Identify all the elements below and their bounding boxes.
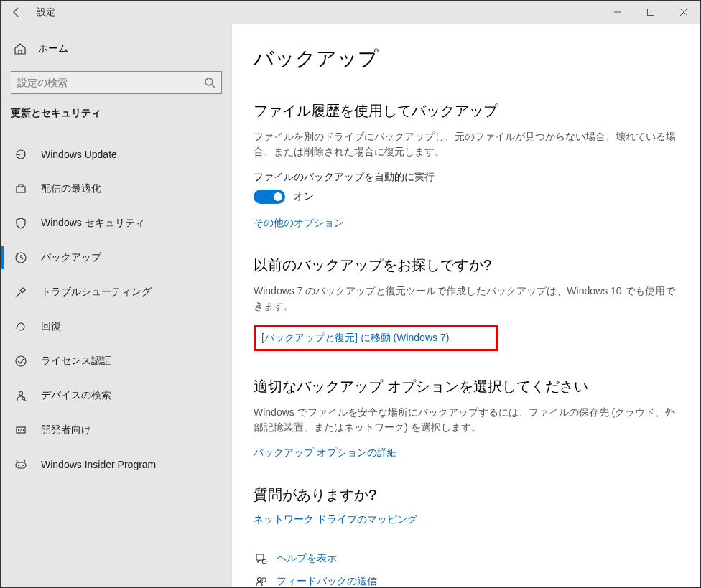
minimize-button[interactable] [601, 1, 634, 24]
section-desc: ファイルを別のドライブにバックアップし、元のファイルが見つからない場合、壊れてい… [254, 129, 679, 159]
sidebar-item-label: Windows Update [41, 149, 117, 160]
auto-backup-toggle[interactable] [254, 190, 285, 204]
svg-point-13 [22, 465, 24, 466]
sidebar-item-windows-update[interactable]: Windows Update [1, 137, 232, 172]
svg-point-7 [19, 392, 23, 396]
toggle-caption: ファイルのバックアップを自動的に実行 [254, 171, 679, 184]
feedback-link[interactable]: フィードバックの送信 [277, 575, 377, 587]
home-nav[interactable]: ホーム [1, 37, 232, 61]
developer-icon [14, 423, 28, 437]
svg-point-6 [16, 356, 26, 366]
help-link[interactable]: ヘルプを表示 [277, 552, 337, 565]
activation-icon [14, 354, 28, 368]
sidebar-item-label: トラブルシューティング [41, 286, 152, 299]
sidebar-item-label: ライセンス認証 [41, 355, 111, 368]
backup-options-detail-link[interactable]: バックアップ オプションの詳細 [254, 447, 397, 459]
search-box[interactable] [11, 71, 222, 94]
sidebar-item-label: デバイスの検索 [41, 389, 111, 402]
back-button[interactable] [6, 2, 27, 22]
search-icon [204, 77, 215, 88]
sidebar-item-label: Windows Insider Program [41, 459, 156, 470]
network-drive-link[interactable]: ネットワーク ドライブのマッピング [254, 513, 417, 526]
troubleshoot-icon [14, 285, 28, 299]
recovery-icon [14, 319, 28, 334]
sidebar-item-activation[interactable]: ライセンス認証 [1, 344, 232, 378]
sidebar-item-label: 配信の最適化 [41, 182, 101, 195]
window-title: 設定 [37, 6, 55, 19]
svg-point-2 [205, 78, 213, 85]
backup-icon [14, 251, 28, 265]
more-options-link[interactable]: その他のオプション [254, 217, 344, 230]
section-title: 適切なバックアップ オプションを選択してください [254, 377, 679, 396]
highlight-box: [バックアップと復元] に移動 (Windows 7) [254, 325, 498, 351]
search-input[interactable] [17, 77, 204, 88]
section-title: 以前のバックアップをお探しですか? [254, 256, 679, 275]
page-title: バックアップ [254, 45, 679, 73]
sidebar-item-label: 回復 [41, 320, 61, 333]
section-title: 質問がありますか? [254, 485, 679, 505]
svg-point-14 [262, 559, 266, 564]
questions-section: 質問がありますか? ネットワーク ドライブのマッピング [254, 485, 679, 526]
titlebar: 設定 [1, 1, 700, 24]
feedback-icon [254, 575, 268, 587]
sidebar: ホーム 更新とセキュリティ Windows Update 配信の最適化 [1, 24, 232, 587]
sidebar-item-delivery[interactable]: 配信の最適化 [1, 172, 232, 206]
category-label: 更新とセキュリティ [1, 107, 232, 127]
home-label: ホーム [38, 42, 68, 55]
section-title: ファイル履歴を使用してバックアップ [254, 101, 679, 121]
help-icon [254, 552, 268, 565]
file-history-section: ファイル履歴を使用してバックアップ ファイルを別のドライブにバックアップし、元の… [254, 101, 679, 230]
home-icon [14, 42, 27, 55]
sidebar-item-label: バックアップ [41, 251, 101, 264]
backup-options-section: 適切なバックアップ オプションを選択してください Windows でファイルを安… [254, 377, 679, 459]
main-content: バックアップ ファイル履歴を使用してバックアップ ファイルを別のドライブにバック… [232, 24, 700, 587]
shield-icon [14, 216, 28, 230]
section-desc: Windows 7 のバックアップと復元ツールで作成したバックアップは、Wind… [254, 284, 679, 314]
delivery-icon [14, 182, 28, 196]
svg-line-3 [212, 85, 215, 88]
maximize-button[interactable] [634, 1, 667, 24]
toggle-state-label: オン [294, 190, 314, 203]
sidebar-item-label: Windows セキュリティ [41, 217, 145, 230]
sidebar-item-backup[interactable]: バックアップ [1, 241, 232, 275]
close-button[interactable] [667, 1, 700, 24]
sidebar-item-label: 開発者向け [41, 424, 91, 437]
sync-icon [14, 147, 28, 162]
svg-point-15 [258, 578, 261, 582]
svg-rect-4 [17, 187, 25, 192]
sidebar-item-troubleshoot[interactable]: トラブルシューティング [1, 275, 232, 309]
sidebar-item-insider[interactable]: Windows Insider Program [1, 447, 232, 482]
svg-rect-11 [16, 462, 26, 468]
sidebar-item-developer[interactable]: 開発者向け [1, 413, 232, 447]
previous-backup-section: 以前のバックアップをお探しですか? Windows 7 のバックアップと復元ツー… [254, 256, 679, 351]
footer-links: ヘルプを表示 フィードバックの送信 [254, 552, 679, 587]
insider-icon [14, 457, 28, 472]
svg-line-9 [25, 400, 27, 401]
sidebar-item-security[interactable]: Windows セキュリティ [1, 206, 232, 241]
nav-list: Windows Update 配信の最適化 Windows セキュリティ バック… [1, 137, 232, 482]
sidebar-item-findmy[interactable]: デバイスの検索 [1, 378, 232, 413]
section-desc: Windows でファイルを安全な場所にバックアップするには、ファイルの保存先 … [254, 405, 679, 435]
findmy-icon [14, 388, 28, 403]
sidebar-item-recovery[interactable]: 回復 [1, 309, 232, 344]
backup-restore-win7-link[interactable]: [バックアップと復元] に移動 (Windows 7) [261, 332, 449, 345]
svg-rect-1 [648, 9, 654, 16]
svg-point-12 [18, 465, 19, 466]
